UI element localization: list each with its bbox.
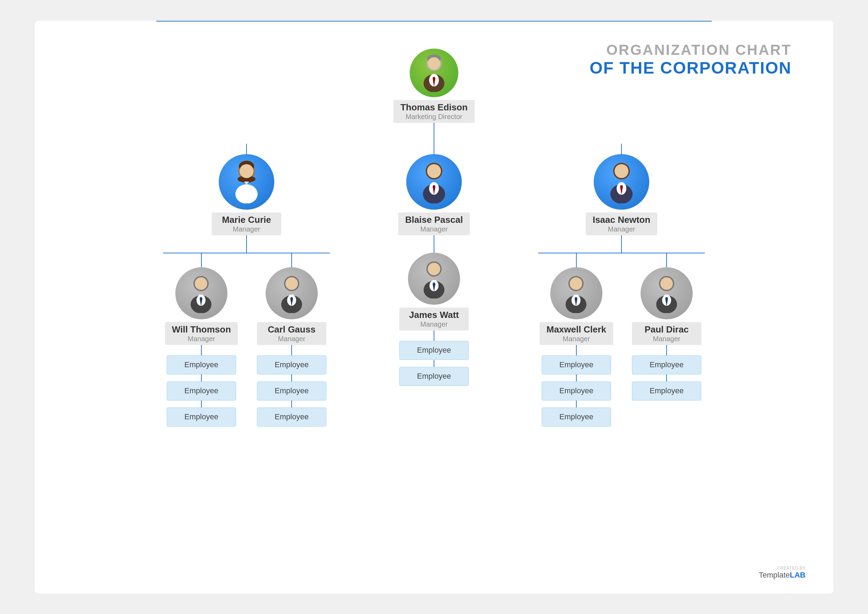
- newton-v-top: [621, 144, 622, 154]
- james-node: James Watt Manager: [399, 253, 469, 330]
- emp-maxwell-2: Employee: [542, 381, 611, 400]
- maxwell-node: Maxwell Clerk Manager: [540, 267, 613, 345]
- carl-emp-v1: [291, 345, 292, 355]
- branch-pascal: Blaise Pascal Manager: [379, 144, 489, 386]
- root-node: Thomas Edison Marketing Director: [393, 49, 475, 123]
- newton-label-box: Isaac Newton Manager: [586, 212, 657, 235]
- will-label-box: Will Thomson Manager: [165, 322, 238, 345]
- marie-h-line: [163, 253, 330, 253]
- svg-point-20: [286, 278, 298, 290]
- marie-label-box: Marie Curie Manager: [212, 212, 281, 235]
- will-emp-v2: [201, 375, 202, 381]
- maxwell-emp-v3: [576, 400, 577, 408]
- maxwell-role: Manager: [547, 335, 606, 343]
- will-name: Will Thomson: [172, 324, 231, 335]
- james-name: James Watt: [406, 310, 462, 320]
- emp-james-1: Employee: [399, 341, 469, 360]
- svg-point-50: [660, 278, 673, 290]
- marie-v-top: [246, 144, 247, 154]
- paul-label-box: Paul Dirac Manager: [632, 322, 701, 345]
- james-role: Manager: [406, 320, 462, 328]
- pascal-top-conn: [379, 144, 489, 154]
- emp-maxwell-1: Employee: [542, 355, 611, 375]
- branch-marie: Marie Curie Manager: [156, 144, 337, 426]
- carl-label-box: Carl Gauss Manager: [257, 322, 326, 345]
- will-branch: Will Thomson Manager Employee Employee E…: [163, 253, 239, 426]
- paul-emp-v1: [666, 345, 667, 355]
- pascal-v-mid: [434, 235, 434, 253]
- svg-point-38: [615, 164, 629, 178]
- carl-node: Carl Gauss Manager: [257, 267, 326, 345]
- newton-top-conn: [531, 144, 712, 154]
- svg-point-26: [427, 164, 441, 178]
- org-chart: Thomas Edison Marketing Director: [62, 42, 806, 426]
- pascal-v-top: [434, 144, 434, 154]
- maxwell-branch: Maxwell Clerk Manager Employee Employee …: [538, 253, 615, 426]
- paul-role: Manager: [639, 335, 694, 343]
- emp-carl-1: Employee: [257, 355, 326, 375]
- maxwell-emp-v1: [576, 345, 577, 355]
- maxwell-v: [576, 253, 577, 267]
- pascal-node: Blaise Pascal Manager: [398, 154, 470, 235]
- james-branch: James Watt Manager Employee Employee: [396, 253, 472, 386]
- carl-v: [291, 253, 292, 267]
- james-avatar: [408, 253, 460, 305]
- title-line1: ORGANIZATION CHART: [590, 42, 792, 58]
- maxwell-label-box: Maxwell Clerk Manager: [540, 322, 613, 345]
- carl-emp-v3: [291, 400, 292, 408]
- james-label-box: James Watt Manager: [399, 307, 469, 330]
- root-name: Thomas Edison: [400, 102, 468, 113]
- will-emp-v3: [201, 400, 202, 408]
- maxwell-avatar: [550, 267, 602, 319]
- top-h-line: [156, 21, 712, 22]
- svg-point-11: [235, 184, 258, 203]
- lab-label: LAB: [790, 571, 806, 579]
- marie-name: Marie Curie: [219, 214, 274, 225]
- will-v: [201, 253, 202, 267]
- maxwell-name: Maxwell Clerk: [547, 324, 606, 335]
- svg-point-32: [428, 263, 440, 275]
- level2-hline-row: Marie Curie Manager: [156, 144, 712, 426]
- carl-emp-v2: [291, 375, 292, 381]
- newton-name: Isaac Newton: [593, 214, 650, 225]
- template-label: Template: [759, 571, 790, 579]
- emp-carl-2: Employee: [257, 381, 326, 400]
- root-label-box: Thomas Edison Marketing Director: [393, 100, 475, 123]
- paul-branch: Paul Dirac Manager Employee Employee: [629, 253, 705, 426]
- created-by-label: CREATED BY: [759, 565, 806, 571]
- marie-children-row: Will Thomson Manager Employee Employee E…: [163, 253, 330, 426]
- emp-paul-2: Employee: [632, 381, 701, 400]
- pascal-name: Blaise Pascal: [405, 214, 463, 225]
- newton-role: Manager: [593, 225, 650, 233]
- watermark: CREATED BY TemplateLAB: [759, 565, 806, 580]
- level2-connector-area: Marie Curie Manager: [121, 144, 747, 426]
- carl-branch: Carl Gauss Manager Employee Employee Emp…: [253, 253, 330, 426]
- svg-point-2: [428, 57, 440, 70]
- carl-role: Manager: [264, 335, 320, 343]
- carl-name: Carl Gauss: [264, 324, 320, 335]
- emp-james-2: Employee: [399, 367, 469, 386]
- paul-name: Paul Dirac: [639, 324, 694, 335]
- title-line2: OF THE CORPORATION: [590, 58, 792, 78]
- james-emp-v2: [434, 360, 434, 367]
- marie-role: Manager: [219, 225, 274, 233]
- title-area: ORGANIZATION CHART OF THE CORPORATION: [590, 42, 792, 78]
- will-node: Will Thomson Manager: [165, 267, 238, 345]
- emp-will-1: Employee: [167, 355, 236, 375]
- carl-avatar: [266, 267, 318, 319]
- newton-avatar: [594, 154, 649, 209]
- paul-emp-v2: [666, 375, 667, 381]
- svg-point-44: [570, 278, 582, 290]
- marie-v-mid: [246, 235, 247, 253]
- branch-newton: Isaac Newton Manager: [531, 144, 712, 426]
- marie-top-conn: [156, 144, 337, 154]
- emp-maxwell-3: Employee: [542, 408, 611, 426]
- paul-avatar: [641, 267, 693, 319]
- page: ORGANIZATION CHART OF THE CORPORATION: [35, 21, 833, 594]
- emp-will-2: Employee: [167, 381, 236, 400]
- will-emp-v1: [201, 345, 202, 355]
- emp-will-3: Employee: [167, 408, 236, 426]
- svg-point-10: [239, 164, 253, 178]
- emp-paul-1: Employee: [632, 355, 701, 375]
- newton-children-row: Maxwell Clerk Manager Employee Employee …: [538, 253, 705, 426]
